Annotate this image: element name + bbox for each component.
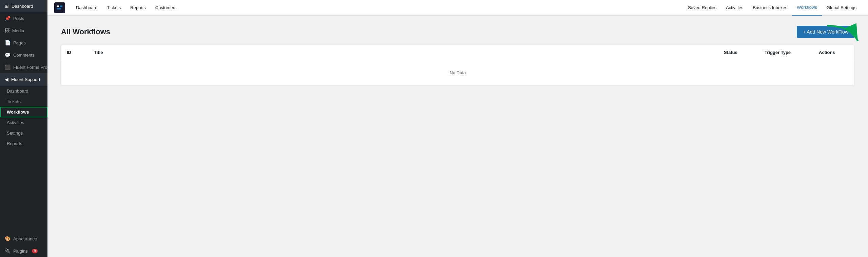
- comments-icon: 💬: [5, 52, 11, 58]
- sidebar-item-label: Comments: [13, 53, 35, 58]
- sidebar-item-label: Plugins: [13, 249, 28, 254]
- col-header-actions: Actions: [813, 45, 854, 60]
- page-title: All Workflows: [61, 27, 110, 36]
- no-data-text: No Data: [61, 60, 854, 86]
- sidebar-sub-item-dashboard[interactable]: Dashboard: [0, 86, 47, 96]
- sidebar-item-label: Posts: [13, 16, 24, 21]
- sidebar-item-label: Pages: [13, 40, 26, 45]
- top-nav-dashboard[interactable]: Dashboard: [72, 0, 102, 16]
- workflows-table-container: ID Title Status Trigger Type Actions No …: [61, 45, 854, 86]
- table-header-row: ID Title Status Trigger Type Actions: [61, 45, 854, 60]
- main-area: Dashboard Tickets Reports Customers Save…: [47, 0, 868, 257]
- svg-rect-0: [57, 5, 59, 7]
- top-nav-right: Saved Replies Activities Business Inboxe…: [683, 0, 861, 16]
- add-workflow-button[interactable]: + Add New WorkFlow: [797, 26, 854, 38]
- sidebar-sub-item-activities[interactable]: Activities: [0, 117, 47, 128]
- sidebar-item-appearance[interactable]: 🎨 Appearance: [0, 233, 47, 245]
- plugins-badge: 9: [32, 249, 38, 253]
- top-nav-customers[interactable]: Customers: [151, 0, 181, 16]
- appearance-icon: 🎨: [5, 236, 11, 241]
- sidebar: ⊞ Dashboard 📌 Posts 🖼 Media 📄 Pages 💬 Co…: [0, 0, 47, 257]
- page-content: All Workflows + Add New WorkFlow: [47, 16, 868, 257]
- app-logo[interactable]: [54, 2, 65, 13]
- top-nav-tickets[interactable]: Tickets: [103, 0, 125, 16]
- sidebar-sub-item-workflows[interactable]: Workflows: [0, 107, 47, 117]
- top-nav-activities[interactable]: Activities: [721, 0, 748, 16]
- svg-rect-1: [57, 8, 61, 9]
- top-nav-workflows[interactable]: Workflows: [792, 0, 822, 16]
- dashboard-icon: ⊞: [5, 3, 9, 9]
- sidebar-item-label: Appearance: [13, 236, 37, 241]
- pages-icon: 📄: [5, 40, 11, 45]
- posts-icon: 📌: [5, 16, 11, 21]
- sidebar-item-fluent-forms-pro[interactable]: ⬛ Fluent Forms Pro: [0, 61, 47, 73]
- sidebar-sub-item-reports[interactable]: Reports: [0, 138, 47, 149]
- sidebar-item-label: Fluent Forms Pro: [13, 65, 47, 70]
- sidebar-sub-item-tickets[interactable]: Tickets: [0, 96, 47, 107]
- top-nav: Dashboard Tickets Reports Customers Save…: [47, 0, 868, 16]
- fluent-forms-icon: ⬛: [5, 64, 11, 70]
- top-nav-reports[interactable]: Reports: [126, 0, 150, 16]
- sidebar-item-label: Fluent Support: [11, 77, 40, 82]
- col-header-status: Status: [718, 45, 759, 60]
- sidebar-item-pages[interactable]: 📄 Pages: [0, 37, 47, 49]
- sidebar-item-posts[interactable]: 📌 Posts: [0, 12, 47, 24]
- top-nav-global-settings[interactable]: Global Settings: [822, 0, 861, 16]
- top-nav-links: Dashboard Tickets Reports Customers: [72, 0, 683, 16]
- table-head: ID Title Status Trigger Type Actions: [61, 45, 854, 60]
- page-header: All Workflows + Add New WorkFlow: [61, 26, 854, 38]
- col-header-id: ID: [61, 45, 88, 60]
- sidebar-item-plugins[interactable]: 🔌 Plugins 9: [0, 245, 47, 257]
- sidebar-item-label: Media: [12, 28, 24, 33]
- sidebar-sub-section: Dashboard Tickets Workflows Activities S…: [0, 85, 47, 149]
- plugins-icon: 🔌: [5, 248, 11, 254]
- no-data-row: No Data: [61, 60, 854, 86]
- col-header-title: Title: [88, 45, 718, 60]
- sidebar-sub-item-settings[interactable]: Settings: [0, 128, 47, 138]
- media-icon: 🖼: [5, 28, 9, 33]
- sidebar-item-comments[interactable]: 💬 Comments: [0, 49, 47, 61]
- top-nav-business-inboxes[interactable]: Business Inboxes: [748, 0, 792, 16]
- sidebar-item-dashboard[interactable]: ⊞ Dashboard: [0, 0, 47, 12]
- col-header-trigger: Trigger Type: [759, 45, 813, 60]
- top-nav-saved-replies[interactable]: Saved Replies: [683, 0, 721, 16]
- sidebar-item-media[interactable]: 🖼 Media: [0, 24, 47, 37]
- sidebar-item-label: Dashboard: [12, 4, 33, 9]
- svg-rect-2: [60, 5, 62, 7]
- table-body: No Data: [61, 60, 854, 86]
- workflows-table: ID Title Status Trigger Type Actions No …: [61, 45, 854, 85]
- fluent-support-icon: ◀: [5, 77, 8, 82]
- sidebar-item-fluent-support[interactable]: ◀ Fluent Support: [0, 73, 47, 85]
